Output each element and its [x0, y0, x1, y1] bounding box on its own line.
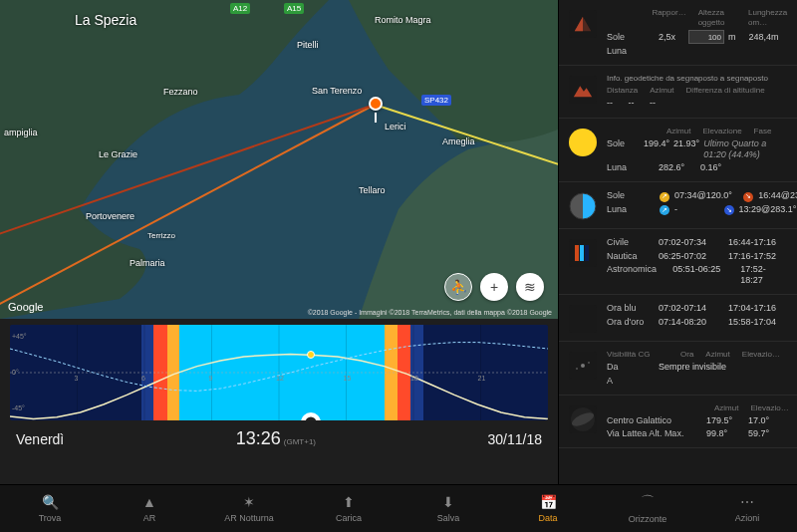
tab-carica[interactable]: ⬆Carica [299, 485, 398, 532]
svg-rect-11 [580, 245, 584, 261]
tab-ar[interactable]: ▲AR [100, 485, 199, 532]
tab-label: Salva [437, 513, 460, 523]
timezone-label: (GMT+1) [284, 437, 316, 446]
object-height-input[interactable] [688, 30, 724, 44]
card-shadow: Rappor…Altezza oggettoLunghezza om… Sole… [559, 0, 797, 66]
tab-icon: 📅 [540, 494, 557, 510]
elevation-chart[interactable]: +45°0°-45°36912151821 [10, 325, 548, 420]
map-place-label: Fezzano [163, 87, 198, 97]
svg-rect-12 [585, 245, 589, 261]
map-place-label: Le Grazie [99, 149, 137, 159]
layers-button[interactable]: ≋ [516, 273, 544, 301]
map-pin[interactable] [369, 97, 383, 111]
map-place-label: ampiglia [4, 128, 38, 137]
twilight-icon [569, 239, 597, 267]
tab-label: AR Notturna [224, 513, 274, 523]
map-place-label: Romito Magra [375, 15, 431, 25]
map-place-label: Palmaria [130, 258, 165, 268]
map-place-label: Tellaro [359, 185, 386, 195]
card-twilight: Civile07:02-07:3416:44-17:16 Nautica06:2… [559, 229, 797, 295]
tab-orizzonte[interactable]: ⌒Orizzonte [598, 485, 697, 532]
add-pin-button[interactable]: + [480, 273, 508, 301]
tab-icon: ⬇ [442, 494, 454, 510]
map-place-label: San Terenzo [312, 86, 362, 96]
map-attribution: ©2018 Google - Immagini ©2018 TerraMetri… [308, 309, 552, 316]
sun-icon [569, 129, 597, 156]
tab-ar-notturna[interactable]: ✶AR Notturna [199, 485, 299, 532]
ytick: 0° [12, 369, 19, 376]
tab-label: Azioni [735, 513, 760, 523]
tab-trova[interactable]: 🔍Trova [0, 485, 100, 532]
svg-point-14 [576, 368, 578, 370]
tab-icon: ▲ [142, 494, 156, 510]
road-badge: SP432 [421, 95, 451, 106]
map-place-label: Lerici [385, 122, 406, 132]
card-rise-set: Sole ↗07:34@120.0° ↘16:44@239.9° Luna ↗-… [559, 182, 797, 229]
milkyway-icon [569, 405, 597, 433]
info-panel[interactable]: Rappor…Altezza oggettoLunghezza om… Sole… [558, 0, 797, 532]
streetview-icon[interactable]: ⛹ [444, 273, 472, 301]
bottom-tabs: 🔍Trova▲AR✶AR Notturna⬆Carica⬇Salva📅Data⌒… [0, 484, 797, 532]
moon-phase-icon [569, 192, 597, 220]
map-place-label: La Spezia [75, 12, 136, 28]
road-badge: A12 [230, 3, 250, 14]
svg-rect-10 [575, 245, 579, 261]
tab-label: AR [143, 513, 156, 523]
card-milkyway: AzimutElevazio… Centro Galattico179.5°17… [559, 396, 797, 449]
tab-label: Data [538, 513, 557, 523]
tab-icon: ⌒ [641, 493, 655, 511]
time-label: 13:26 [236, 428, 281, 448]
svg-point-15 [588, 362, 590, 364]
card-geodesic: Info. geodetiche da segnaposto a segnapo… [559, 66, 797, 118]
date-label: 30/11/18 [487, 431, 542, 447]
weekday-label: Venerdì [16, 431, 64, 447]
tab-icon: ⬆ [343, 494, 355, 510]
tab-label: Carica [336, 513, 362, 523]
ytick: -45° [12, 404, 25, 411]
tab-label: Trova [39, 513, 62, 523]
card-gc-visibility: Visibilità CGOraAzimutElevazio… DaSempre… [559, 342, 797, 396]
map[interactable]: La SpeziaRomito MagraPitelliSan TerenzoL… [0, 0, 558, 319]
galactic-icon [569, 352, 597, 380]
road-badge: A15 [284, 3, 304, 14]
tab-label: Orizzonte [629, 514, 667, 524]
tab-data[interactable]: 📅Data [498, 485, 598, 532]
tab-icon: ✶ [243, 494, 255, 510]
ytick: +45° [12, 333, 27, 340]
card-sun-position: AzimutElevazioneFase Sole199.4°21.93°Ult… [559, 119, 797, 183]
google-logo: Google [8, 301, 43, 313]
tab-salva[interactable]: ⬇Salva [398, 485, 498, 532]
map-place-label: Ameglia [442, 136, 475, 146]
tab-icon: ⋯ [740, 494, 754, 510]
tab-icon: 🔍 [42, 494, 59, 510]
card-golden-blue: Ora blu07:02-07:1417:04-17:16 Ora d'oro0… [559, 295, 797, 342]
tab-azioni[interactable]: ⋯Azioni [697, 485, 797, 532]
svg-point-13 [581, 364, 585, 368]
map-place-label: Terrizzo [147, 231, 175, 240]
map-place-label: Pitelli [297, 40, 319, 50]
map-place-label: Portovenere [86, 211, 134, 221]
